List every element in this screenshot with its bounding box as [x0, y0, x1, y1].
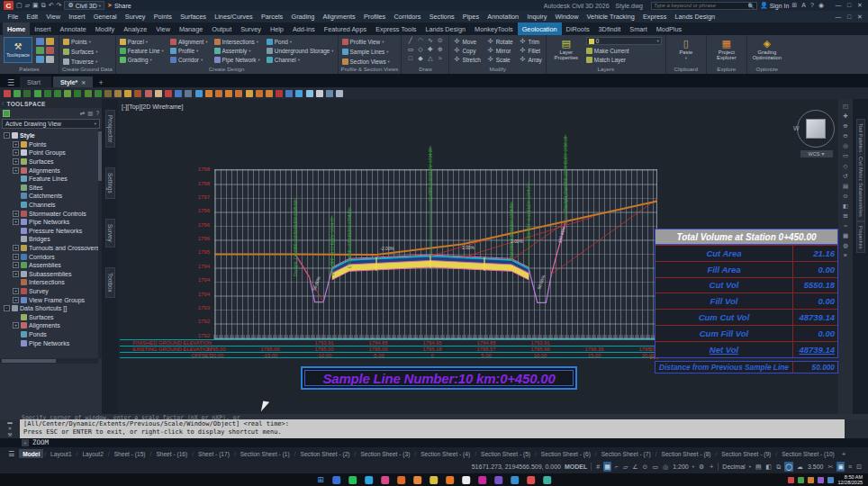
status-toggle-icon[interactable]: ⌐ — [614, 462, 619, 472]
palette-tab[interactable]: Properties — [856, 221, 865, 254]
command-input[interactable]: ▾ ZOOM — [0, 438, 868, 447]
view-cube[interactable]: W — [795, 108, 836, 149]
menu-item[interactable]: Vehicle Tracking — [583, 13, 638, 21]
drawing-viewport[interactable]: [-][Top][2D Wireframe] 17981798179717961… — [118, 99, 838, 414]
tree-expander-icon[interactable] — [13, 236, 19, 242]
toolbar-icon[interactable] — [195, 90, 203, 97]
gear-icon[interactable]: ⚙ — [698, 462, 705, 472]
palette-mini-icon[interactable] — [46, 38, 54, 45]
menu-item[interactable]: Annotation — [484, 13, 523, 21]
tray-icon[interactable] — [827, 477, 834, 483]
tree-item[interactable]: + Survey — [1, 287, 102, 296]
tree-expander-icon[interactable]: + — [13, 149, 19, 156]
layout-menu-icon[interactable]: ☰ — [4, 450, 19, 458]
qat-icon[interactable]: ▢ — [16, 1, 23, 10]
layout-tab[interactable]: Sheet - (17) — [194, 449, 233, 458]
ribbon-tab[interactable]: Express Tools — [371, 22, 420, 35]
palette-mini-icon[interactable] — [46, 56, 54, 63]
panel-label[interactable]: Palettes — [0, 66, 59, 74]
tree-expander-icon[interactable]: + — [13, 245, 19, 251]
add-scale-button[interactable]: + — [709, 462, 714, 472]
tree-item[interactable]: + Turnouts and Crossovers — [1, 244, 102, 253]
title-icon[interactable]: ⊞ — [791, 2, 797, 9]
tree-expander-icon[interactable]: - — [4, 305, 10, 311]
status-toggle-icon[interactable]: ◯ — [784, 462, 793, 472]
ribbon-tab[interactable]: MonkeyTools — [470, 22, 518, 35]
doc-window-control-button[interactable]: □ — [845, 13, 854, 22]
toolspace-horizontal-scrollbar[interactable] — [0, 358, 98, 364]
workspace-selector[interactable]: ⚙Civil 3D▾ — [64, 1, 104, 10]
navbar-icon[interactable]: ◰ — [843, 104, 848, 110]
toolbar-icon[interactable] — [175, 90, 182, 97]
tree-item[interactable]: + Surfaces — [1, 158, 102, 166]
toolspace-header[interactable]: ⁞TOOLSPACE — [0, 99, 102, 108]
toolbar-icon[interactable] — [316, 90, 323, 97]
tree-expander-icon[interactable] — [13, 279, 19, 285]
menu-item[interactable]: Corridors — [390, 13, 425, 21]
tree-expander-icon[interactable]: + — [13, 141, 19, 148]
tree-item[interactable]: Channels — [1, 201, 102, 210]
menu-item[interactable]: Lines/Curves — [211, 13, 258, 21]
ribbon-button[interactable]: Underground Storage▾ — [267, 46, 334, 55]
toolbar-icon[interactable] — [64, 90, 71, 97]
taskbar-app-icon[interactable] — [365, 476, 373, 484]
tree-item[interactable]: Bridges — [1, 235, 102, 244]
menu-item[interactable]: Parcels — [257, 13, 287, 21]
tree-expander-icon[interactable] — [13, 193, 19, 199]
navbar-icon[interactable]: ▦ — [843, 233, 848, 239]
navbar-icon[interactable]: ⊞ — [843, 213, 847, 220]
ribbon-button[interactable]: ✣Array — [520, 55, 542, 64]
window-control-button[interactable]: ✕ — [855, 1, 864, 10]
toolbar-icon[interactable] — [336, 90, 343, 97]
window-control-button[interactable]: □ — [845, 1, 854, 10]
toolbar-icon[interactable] — [34, 90, 41, 97]
menu-item[interactable]: General — [89, 13, 121, 21]
command-line-icon[interactable]: ⚒ — [8, 432, 13, 437]
ribbon-button[interactable]: ✣Copy — [453, 46, 480, 55]
menu-item[interactable]: Express — [638, 13, 671, 21]
toolbar-icon[interactable] — [14, 90, 21, 97]
layout-tab[interactable]: Section Sheet - (6) — [538, 449, 594, 458]
navbar-icon[interactable]: ≡ — [844, 253, 847, 259]
toolbar-icon[interactable] — [276, 90, 283, 97]
toolbar-icon[interactable] — [155, 90, 162, 97]
paste-button[interactable]: ▯Paste▾ — [670, 37, 702, 61]
title-icon[interactable]: A — [801, 2, 806, 9]
start-button[interactable]: ⊞ — [317, 475, 324, 484]
ribbon-tab[interactable]: Modify — [91, 22, 120, 35]
status-toggle-icon[interactable]: ▱ — [622, 462, 628, 472]
ribbon-tab[interactable]: Featured Apps — [320, 22, 371, 35]
tree-item[interactable]: Pressure Networks — [1, 227, 102, 236]
navbar-icon[interactable]: ◍ — [843, 243, 848, 249]
toolbar-icon[interactable] — [124, 90, 131, 97]
taskbar-app-icon[interactable] — [429, 476, 438, 484]
menu-item[interactable]: Insert — [65, 13, 89, 21]
panel-label[interactable]: Modify — [449, 66, 545, 74]
navbar-icon[interactable]: ⊖ — [843, 133, 847, 140]
tree-expander-icon[interactable]: + — [13, 297, 19, 303]
draw-tool-icon[interactable]: ╱ — [405, 37, 415, 46]
new-tab-button[interactable]: + — [95, 78, 106, 87]
status-toggle-icon[interactable]: ✂ — [827, 462, 835, 472]
menu-item[interactable]: Inquiry — [523, 13, 551, 21]
ribbon-tab[interactable]: ModPlus — [652, 22, 686, 35]
ribbon-button[interactable]: Profile View▾ — [342, 37, 390, 46]
tree-item[interactable]: Catchments — [1, 192, 102, 201]
command-line-icon[interactable]: ▬ — [7, 419, 13, 425]
file-tab-menu-icon[interactable]: ☰ — [4, 78, 18, 87]
tree-item[interactable]: + Corridors — [1, 252, 102, 261]
ribbon-button[interactable]: Feature Line▾ — [120, 46, 164, 55]
annotation-scale[interactable]: 1:200 — [673, 464, 689, 470]
ribbon-button[interactable]: Profile▾ — [170, 46, 208, 55]
ribbon-tab[interactable]: 3Dfindit — [594, 22, 626, 35]
active-drawing-icon[interactable] — [3, 110, 10, 117]
ribbon-button[interactable]: ✣Stretch — [453, 55, 480, 64]
add-layout-button[interactable]: + — [838, 450, 850, 458]
layout-tab[interactable]: Section Sheet - (7) — [598, 449, 655, 458]
palette-mini-icon[interactable] — [36, 38, 44, 45]
menu-item[interactable]: Alignments — [319, 13, 359, 21]
navbar-icon[interactable]: ✚ — [843, 113, 847, 120]
tree-item[interactable]: - Data Shortcuts [] — [1, 304, 102, 313]
close-icon[interactable]: ✕ — [81, 79, 86, 86]
command-line-icon[interactable]: ✕ — [8, 426, 13, 431]
